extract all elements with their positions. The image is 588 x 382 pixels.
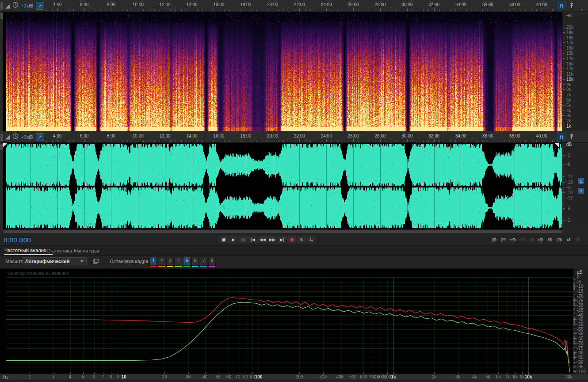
db-tick-label: -85 (577, 355, 583, 360)
waveform-db-axis[interactable]: dB-3-6-12-18-∞-18-12-6-3 (562, 143, 588, 229)
ruler-tick (504, 10, 504, 11)
ruler-tick (84, 139, 85, 142)
hold-button-2[interactable]: 2 (158, 257, 165, 266)
ruler-tick (165, 139, 165, 142)
time-display[interactable]: 0:00.000 (4, 236, 31, 244)
skip-to-end-button[interactable]: ▶| (278, 236, 286, 243)
key-icon[interactable] (569, 1, 575, 10)
freq-tick-label: 2k (566, 118, 571, 123)
horizontal-scrollbar[interactable] (0, 229, 588, 233)
ruler-tick (229, 10, 230, 11)
spectrogram-left-scrollbar[interactable] (0, 12, 3, 131)
ruler-tick (499, 10, 499, 11)
skip-selection-button[interactable]: ⇆ (307, 236, 316, 243)
time-label: 30:00 (401, 134, 412, 138)
loop-playback-button[interactable]: ↻ (297, 236, 306, 243)
rewind-button[interactable]: ◀◀ (258, 236, 267, 243)
db-tick-label: -20 (577, 294, 583, 298)
freq-tick-label: 7k (505, 374, 510, 379)
skip-to-start-button[interactable]: |◀ (248, 236, 257, 243)
spectrogram-frequency-axis[interactable]: Hz20k19k18k17k16k15k14k13k12k11k10k9k8k7… (562, 12, 588, 131)
zoom-in-time-full-button[interactable]: ↔⊕ (508, 236, 517, 244)
scale-dropdown[interactable]: Логарифмический (22, 257, 87, 265)
time-label: 22:00 (294, 2, 305, 7)
channel-2-badge[interactable]: 2 (578, 188, 584, 194)
ruler-tick (117, 141, 117, 142)
hold-button-1[interactable]: 1 (149, 257, 157, 266)
zoom-amplitude-button[interactable]: ↕⊕ (527, 236, 536, 244)
magnet-snap-icon[interactable]: ∩ (557, 133, 566, 141)
play-button[interactable]: ▶ (229, 236, 238, 243)
ruler-tick (262, 141, 262, 142)
selection-end-handle[interactable] (555, 143, 559, 147)
ruler-tick (117, 10, 117, 11)
waveform-canvas[interactable] (3, 143, 562, 229)
selection-start-handle[interactable] (3, 143, 7, 147)
zoom-to-selection-button[interactable]: ()⊕ (555, 236, 564, 244)
pin-playhead-button[interactable]: ↗ (36, 2, 44, 10)
frequency-analysis-canvas[interactable] (3, 269, 573, 374)
horizontal-scrollbar-handle[interactable] (3, 230, 562, 233)
clock-icon[interactable] (12, 133, 19, 141)
waveform-time-ruler[interactable]: 2:004:006:008:0010:0012:0014:0016:0018:0… (0, 131, 588, 143)
pin-playhead-button[interactable]: ↗ (36, 133, 44, 141)
ruler-tick (450, 10, 451, 11)
zoom-out-time-full-button[interactable]: ↔⊖ (518, 236, 527, 244)
ruler-tick (375, 141, 375, 142)
pause-button[interactable]: ▮▮ (239, 236, 248, 243)
ruler-tick (294, 141, 294, 142)
ruler-tick (229, 141, 230, 142)
time-label: 8:00 (107, 2, 115, 7)
channel-1-badge[interactable]: 1 (578, 178, 584, 184)
tab-amplitude-statistics[interactable]: Статистика Амплитуды (46, 246, 99, 255)
ruler-tick (477, 10, 477, 11)
record-button[interactable]: ● (287, 236, 296, 243)
clock-icon[interactable] (12, 2, 19, 10)
db-tick-label: -3 (566, 153, 570, 158)
ruler-tick (73, 10, 74, 11)
gain-value[interactable]: +0dB (21, 134, 33, 140)
spectrogram-panel: Hz20k19k18k17k16k15k14k13k12k11k10k9k8k7… (0, 12, 588, 131)
zoom-in-time-button[interactable]: |⊕ (490, 236, 499, 244)
ruler-tick (434, 139, 435, 142)
key-icon[interactable] (569, 133, 575, 141)
tab-frequency-analysis[interactable]: Частотный анализ ≡ (4, 246, 53, 255)
hold-button-7[interactable]: 7 (200, 257, 207, 266)
db-tick-label: -6 (566, 162, 570, 167)
waveform-left-scrollbar[interactable] (0, 143, 3, 229)
ruler-tick (310, 10, 311, 11)
spectrogram-canvas[interactable] (3, 12, 562, 131)
fast-forward-button[interactable]: ▶▶ (268, 236, 277, 243)
axis-scroll-chevron-icon[interactable]: ▾ (581, 8, 583, 11)
freq-tick-label: 4 (69, 374, 72, 379)
hold-button-8[interactable]: 8 (208, 257, 216, 266)
magnet-snap-icon[interactable]: ∩ (557, 1, 566, 10)
zoom-in-right-edge-button[interactable]: )⊕ (546, 236, 554, 244)
ruler-tick (326, 8, 327, 11)
db-axis-title: дБ (577, 270, 582, 275)
zoom-full-button[interactable]: |⊕ (573, 236, 582, 244)
ruler-tick (353, 139, 354, 142)
hold-button-6[interactable]: 6 (191, 257, 199, 266)
zoom-reset-button[interactable]: ↺ (564, 236, 573, 244)
copy-graph-data-button[interactable] (92, 257, 99, 265)
freq-tick-label: 1k (391, 374, 396, 379)
spectrogram-time-ruler[interactable]: 2:004:006:008:0010:0012:0014:0016:0018:0… (0, 0, 588, 12)
time-label: 34:00 (455, 134, 466, 138)
time-label: 6:00 (80, 2, 88, 7)
gain-value[interactable]: +0dB (21, 3, 33, 8)
ruler-tick (240, 141, 241, 142)
ruler-tick (402, 141, 402, 142)
hold-button-5[interactable]: 5 (183, 257, 191, 266)
ruler-tick (445, 141, 445, 142)
freq-tick-label: 5k (566, 103, 571, 108)
hold-button-4[interactable]: 4 (175, 257, 182, 266)
ruler-tick (294, 10, 294, 11)
ruler-tick (531, 141, 531, 142)
ruler-tick (536, 10, 537, 11)
zoom-in-left-edge-button[interactable]: (⊕ (536, 236, 545, 244)
hold-button-3[interactable]: 3 (166, 257, 174, 266)
stop-button[interactable]: ■ (219, 236, 228, 243)
ruler-tick (461, 8, 461, 11)
zoom-out-time-button[interactable]: |⊖ (499, 236, 508, 244)
